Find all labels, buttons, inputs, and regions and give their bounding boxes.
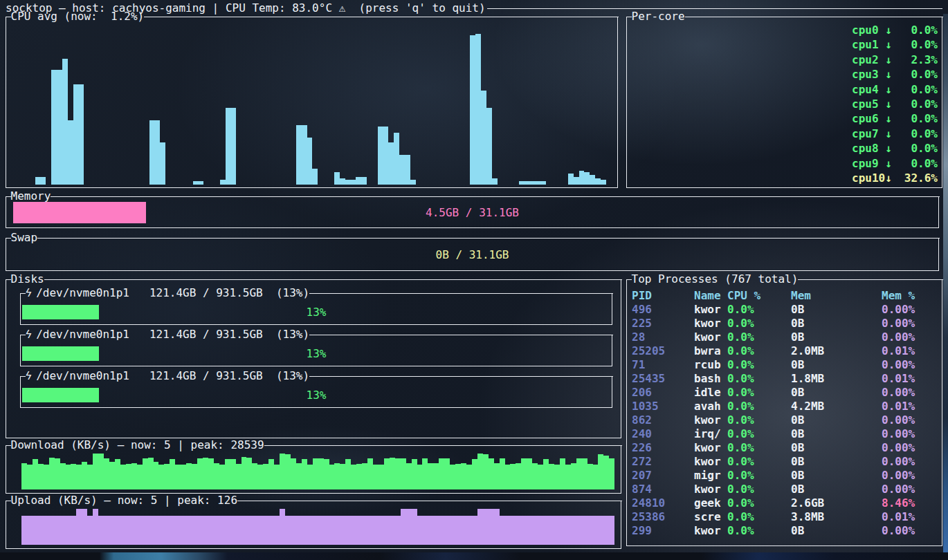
process-row: 226kwor0.0%0B0.00% (632, 441, 938, 455)
core-row: cpu6 ↓0.0% (630, 112, 938, 125)
disk-title: /dev/nvme0n1p1 121.4GB / 931.5GB (13%) (36, 286, 309, 300)
bar (439, 516, 444, 545)
bar (21, 516, 27, 545)
core-row: cpu9 ↓0.0% (630, 157, 938, 170)
bar (27, 465, 33, 489)
top-processes-panel-title: Top Processes (767 total) (632, 272, 799, 286)
process-row: 874kwor0.0%0B0.00% (632, 483, 938, 496)
process-row: 25386scre0.0%3.8MB0.01% (632, 510, 938, 524)
process-cell: 0B (791, 386, 882, 400)
bar (399, 155, 405, 185)
bar (345, 459, 351, 489)
core-percent: 0.0% (897, 97, 938, 111)
bar (405, 155, 410, 185)
bar (280, 454, 285, 489)
bar (148, 516, 154, 545)
bar (383, 127, 389, 185)
memory-gauge: 4.5GB / 31.1GB (13, 202, 931, 223)
process-cell: 0.0% (727, 427, 791, 441)
core-usage-sparkline (630, 53, 849, 66)
bar (450, 516, 455, 545)
core-label: cpu1 ↓ (852, 38, 897, 51)
bar (422, 458, 428, 489)
bar (120, 465, 126, 489)
bar (470, 35, 475, 185)
process-cell: 225 (632, 317, 694, 330)
bar (367, 458, 373, 489)
core-percent: 0.0% (897, 142, 938, 155)
bar (55, 458, 60, 489)
process-cell: bash (694, 372, 727, 386)
bar (285, 454, 291, 489)
bar (148, 458, 154, 489)
process-row: 862kwor0.0%0B0.00% (632, 413, 938, 427)
bar (44, 465, 49, 489)
bar (219, 516, 225, 545)
process-cell: 0.00% (882, 317, 938, 330)
core-label: cpu0 ↓ (852, 24, 897, 37)
bar (231, 108, 237, 185)
app-title: socktop — host: cachyos-gaming | CPU Tem… (6, 1, 486, 15)
bar (560, 458, 565, 489)
bar (143, 516, 148, 545)
bar (483, 509, 489, 545)
bar (241, 457, 247, 489)
process-cell: 0.00% (882, 427, 938, 441)
core-label: cpu5 ↓ (852, 97, 897, 111)
bar (208, 516, 214, 545)
bar (126, 516, 131, 545)
bar (560, 516, 565, 545)
bar (225, 516, 230, 545)
bar (302, 125, 307, 185)
process-cell: kwor (694, 441, 727, 455)
wallpaper-bottom-strip (0, 552, 948, 560)
bar (296, 516, 302, 545)
process-row: 25435bash0.0%1.8MB0.01% (632, 372, 938, 386)
process-row: 71rcub0.0%0B0.00% (632, 358, 938, 372)
process-cell: 0.0% (727, 413, 791, 427)
core-row: cpu1 ↓0.0% (630, 38, 938, 51)
bar (40, 177, 46, 185)
core-label: cpu3 ↓ (852, 68, 897, 81)
bar (82, 509, 87, 545)
bar (44, 516, 49, 545)
bar (120, 516, 126, 545)
bar (87, 516, 93, 545)
bar (35, 177, 41, 185)
bar (175, 516, 181, 545)
bar (203, 516, 208, 545)
core-usage-sparkline (630, 142, 849, 155)
bar (598, 516, 603, 545)
bar (362, 516, 367, 545)
process-cell: 0.0% (727, 372, 791, 386)
process-cell: bwra (694, 344, 727, 358)
bar (214, 463, 219, 489)
bar (60, 516, 66, 545)
swap-panel: Swap 0B / 31.1GB (6, 238, 939, 271)
core-label: cpu4 ↓ (852, 83, 897, 96)
process-cell: kwor (694, 330, 727, 344)
bar (417, 516, 423, 545)
process-cell: 0.0% (727, 455, 791, 469)
process-cell: 0.0% (727, 344, 791, 358)
bar (481, 91, 486, 185)
bar (334, 516, 340, 545)
bar (521, 458, 527, 489)
bar (412, 509, 417, 545)
bar (475, 34, 481, 185)
core-row: cpu2 ↓2.3% (630, 53, 938, 66)
bar (361, 177, 367, 185)
bar (494, 463, 500, 489)
bar (68, 120, 73, 185)
process-cell: kwor (694, 483, 727, 496)
bar (356, 516, 362, 545)
process-cell: 0.00% (882, 413, 938, 427)
process-cell: 0.0% (727, 400, 791, 413)
bar (274, 516, 280, 545)
memory-panel-title: Memory (11, 189, 51, 203)
process-cell: 207 (632, 469, 694, 483)
bar (345, 516, 351, 545)
bar (291, 458, 296, 489)
bar (313, 516, 318, 545)
bar (158, 516, 164, 545)
